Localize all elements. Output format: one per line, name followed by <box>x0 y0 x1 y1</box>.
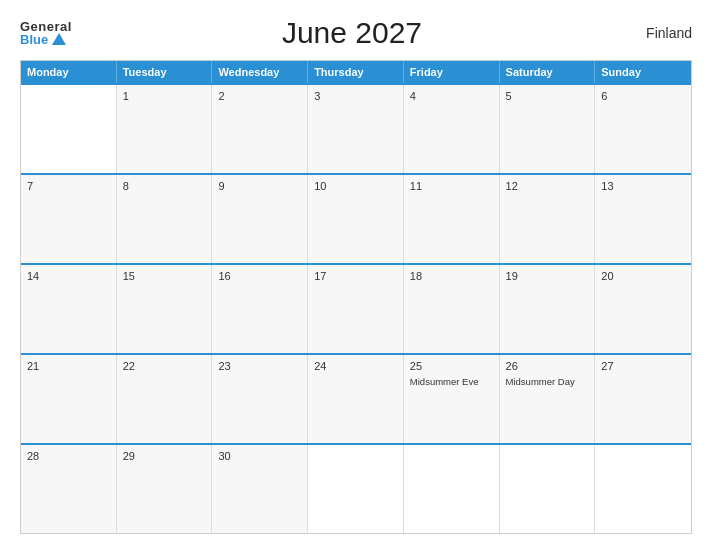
page-header: General Blue June 2027 Finland <box>20 16 692 50</box>
calendar-body: 1234567891011121314151617181920212223242… <box>21 83 691 533</box>
calendar-cell: 8 <box>117 175 213 263</box>
day-number: 16 <box>218 270 301 282</box>
calendar-header-cell: Monday <box>21 61 117 83</box>
day-number: 26 <box>506 360 589 372</box>
calendar-cell: 20 <box>595 265 691 353</box>
calendar-cell: 28 <box>21 445 117 533</box>
calendar-cell <box>500 445 596 533</box>
calendar-cell <box>595 445 691 533</box>
calendar-week: 78910111213 <box>21 173 691 263</box>
calendar-cell: 23 <box>212 355 308 443</box>
calendar-cell: 18 <box>404 265 500 353</box>
day-event: Midsummer Eve <box>410 376 493 388</box>
calendar-cell: 6 <box>595 85 691 173</box>
calendar-cell: 27 <box>595 355 691 443</box>
calendar-header-row: MondayTuesdayWednesdayThursdayFridaySatu… <box>21 61 691 83</box>
logo-blue-text: Blue <box>20 33 72 46</box>
day-number: 15 <box>123 270 206 282</box>
day-number: 3 <box>314 90 397 102</box>
calendar-cell: 22 <box>117 355 213 443</box>
day-number: 18 <box>410 270 493 282</box>
day-number: 13 <box>601 180 685 192</box>
calendar-cell: 11 <box>404 175 500 263</box>
day-number: 30 <box>218 450 301 462</box>
calendar-title: June 2027 <box>72 16 632 50</box>
country-label: Finland <box>632 25 692 41</box>
calendar-cell <box>21 85 117 173</box>
calendar-cell: 26Midsummer Day <box>500 355 596 443</box>
calendar-cell: 5 <box>500 85 596 173</box>
calendar-cell: 10 <box>308 175 404 263</box>
calendar-week: 2122232425Midsummer Eve26Midsummer Day27 <box>21 353 691 443</box>
calendar-cell: 30 <box>212 445 308 533</box>
calendar-cell: 21 <box>21 355 117 443</box>
day-number: 10 <box>314 180 397 192</box>
day-number: 2 <box>218 90 301 102</box>
calendar-cell: 17 <box>308 265 404 353</box>
calendar-cell: 24 <box>308 355 404 443</box>
calendar-cell <box>308 445 404 533</box>
day-number: 19 <box>506 270 589 282</box>
day-number: 20 <box>601 270 685 282</box>
day-number: 22 <box>123 360 206 372</box>
calendar-header-cell: Tuesday <box>117 61 213 83</box>
day-number: 12 <box>506 180 589 192</box>
day-number: 28 <box>27 450 110 462</box>
calendar-header-cell: Saturday <box>500 61 596 83</box>
calendar-week: 14151617181920 <box>21 263 691 353</box>
calendar-cell: 3 <box>308 85 404 173</box>
calendar-cell <box>404 445 500 533</box>
day-event: Midsummer Day <box>506 376 589 388</box>
calendar-cell: 1 <box>117 85 213 173</box>
calendar: MondayTuesdayWednesdayThursdayFridaySatu… <box>20 60 692 534</box>
day-number: 17 <box>314 270 397 282</box>
calendar-header-cell: Wednesday <box>212 61 308 83</box>
day-number: 14 <box>27 270 110 282</box>
logo: General Blue <box>20 20 72 46</box>
calendar-cell: 29 <box>117 445 213 533</box>
calendar-cell: 4 <box>404 85 500 173</box>
day-number: 7 <box>27 180 110 192</box>
calendar-cell: 7 <box>21 175 117 263</box>
day-number: 4 <box>410 90 493 102</box>
calendar-cell: 15 <box>117 265 213 353</box>
calendar-cell: 19 <box>500 265 596 353</box>
calendar-week: 282930 <box>21 443 691 533</box>
calendar-week: 123456 <box>21 83 691 173</box>
day-number: 8 <box>123 180 206 192</box>
calendar-cell: 9 <box>212 175 308 263</box>
calendar-cell: 14 <box>21 265 117 353</box>
day-number: 24 <box>314 360 397 372</box>
day-number: 1 <box>123 90 206 102</box>
calendar-cell: 16 <box>212 265 308 353</box>
day-number: 29 <box>123 450 206 462</box>
calendar-cell: 12 <box>500 175 596 263</box>
day-number: 27 <box>601 360 685 372</box>
calendar-header-cell: Thursday <box>308 61 404 83</box>
calendar-header-cell: Friday <box>404 61 500 83</box>
calendar-cell: 25Midsummer Eve <box>404 355 500 443</box>
day-number: 21 <box>27 360 110 372</box>
day-number: 9 <box>218 180 301 192</box>
day-number: 11 <box>410 180 493 192</box>
day-number: 6 <box>601 90 685 102</box>
logo-triangle-icon <box>52 33 66 45</box>
calendar-header-cell: Sunday <box>595 61 691 83</box>
calendar-cell: 2 <box>212 85 308 173</box>
day-number: 25 <box>410 360 493 372</box>
day-number: 5 <box>506 90 589 102</box>
calendar-cell: 13 <box>595 175 691 263</box>
day-number: 23 <box>218 360 301 372</box>
